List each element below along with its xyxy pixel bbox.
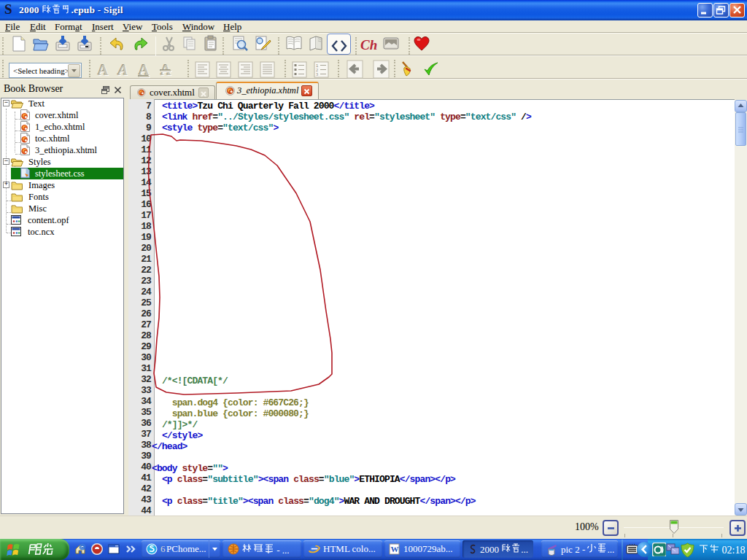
svg-text:3: 3: [316, 72, 318, 77]
svg-text:W: W: [391, 545, 399, 553]
